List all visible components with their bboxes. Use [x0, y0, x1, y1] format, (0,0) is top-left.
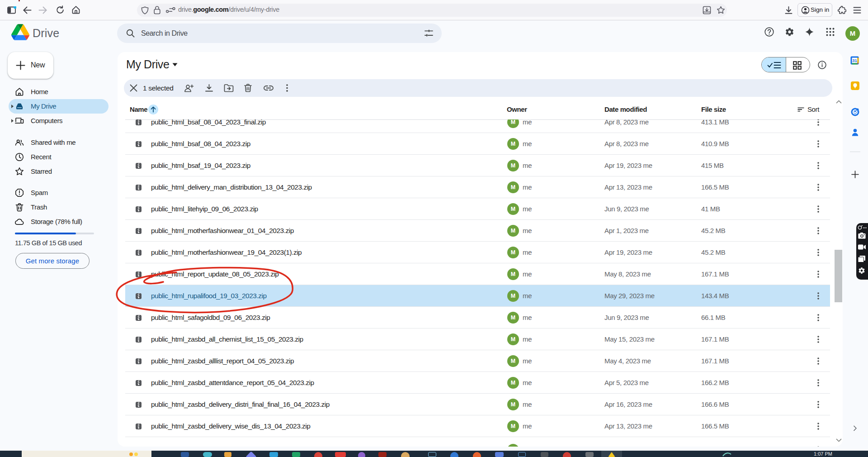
- svg-text:31: 31: [852, 58, 857, 63]
